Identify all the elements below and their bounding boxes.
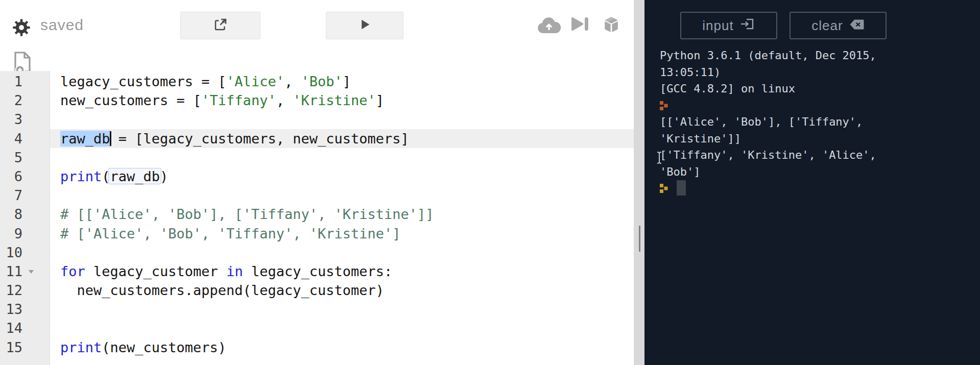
- share-button[interactable]: [180, 12, 260, 39]
- console-line: [['Alice', 'Bob'], ['Tiffany',: [660, 114, 975, 131]
- share-icon: [213, 17, 228, 34]
- line-number: 6: [0, 167, 22, 186]
- code-line[interactable]: 6print(raw_db): [0, 167, 634, 186]
- code-line[interactable]: 7: [0, 186, 634, 205]
- code-line-active[interactable]: 4raw_db = [legacy_customers, new_custome…: [0, 129, 634, 148]
- editor-pane: saved: [0, 0, 634, 365]
- console-prompt-line: [660, 180, 975, 197]
- code-line[interactable]: 13: [0, 300, 634, 319]
- line-number: 9: [0, 224, 22, 243]
- code-editor[interactable]: 1legacy_customers = ['Alice', 'Bob'] 2ne…: [0, 72, 634, 357]
- console-input-button[interactable]: input: [680, 12, 777, 39]
- run-play-icon: [357, 17, 372, 34]
- fold-arrow-icon[interactable]: [29, 270, 34, 274]
- line-number: 13: [0, 300, 22, 319]
- ibeam-mouse-cursor: [656, 151, 663, 166]
- occurrence-highlight: raw_db: [110, 168, 160, 184]
- terminal-block-cursor: [677, 180, 686, 196]
- code-line[interactable]: 10: [0, 243, 634, 262]
- prompt-chevron-icon: [660, 101, 669, 110]
- line-number: 15: [0, 338, 22, 357]
- console-output: Python 3.6.1 (default, Dec 2015, 13:05:1…: [660, 47, 975, 197]
- text-caret: [110, 131, 111, 146]
- console-line: Python 3.6.1 (default, Dec 2015,: [660, 47, 975, 64]
- divider-grip[interactable]: [639, 226, 640, 252]
- code-line[interactable]: 2new_customers = ['Tiffany', 'Kristine']: [0, 91, 634, 110]
- backspace-icon: [849, 18, 865, 34]
- enter-input-icon: [740, 17, 755, 34]
- line-number: 3: [0, 110, 22, 129]
- line-number: 2: [0, 91, 22, 110]
- repl-app: saved: [0, 0, 980, 365]
- console-line: 'Bob']: [660, 164, 975, 181]
- line-number: 14: [0, 319, 22, 337]
- code-line[interactable]: 12 new_customers.append(legacy_customer): [0, 281, 634, 300]
- code-line[interactable]: 3: [0, 110, 634, 129]
- cloud-upload-icon[interactable]: [537, 17, 561, 36]
- pane-resize-divider[interactable]: [634, 0, 644, 365]
- prompt-chevron-icon: [660, 184, 669, 193]
- gear-icon[interactable]: [12, 18, 31, 37]
- code-line[interactable]: 14: [0, 319, 634, 337]
- step-forward-icon[interactable]: [570, 16, 593, 34]
- clear-button-label: clear: [811, 18, 843, 34]
- console-line: 13:05:11): [660, 64, 975, 81]
- line-number: 10: [0, 243, 22, 262]
- save-status-label: saved: [40, 16, 84, 34]
- package-cube-icon[interactable]: [603, 16, 620, 35]
- code-line[interactable]: 5: [0, 148, 634, 167]
- line-number: 12: [0, 281, 22, 300]
- code-line[interactable]: 8# [['Alice', 'Bob'], ['Tiffany', 'Krist…: [0, 205, 634, 224]
- console-prompt-line: [660, 98, 975, 114]
- line-number: 4: [0, 129, 22, 148]
- console-pane: input clear Python 3.6.: [644, 0, 980, 365]
- line-number: 11: [0, 262, 22, 281]
- line-number: 5: [0, 148, 22, 167]
- line-number: 7: [0, 186, 22, 205]
- code-line[interactable]: 1legacy_customers = ['Alice', 'Bob']: [0, 72, 634, 91]
- selected-text: raw_db: [60, 131, 110, 147]
- console-line: [GCC 4.8.2] on linux: [660, 81, 975, 98]
- console-clear-button[interactable]: clear: [790, 12, 887, 39]
- console-line: 'Kristine']]: [660, 131, 975, 148]
- line-number: 8: [0, 205, 22, 224]
- console-line: ['Tiffany', 'Kristine', 'Alice',: [660, 147, 975, 164]
- code-line[interactable]: 15print(new_customers): [0, 338, 634, 357]
- input-button-label: input: [702, 18, 733, 34]
- run-button[interactable]: [326, 12, 403, 39]
- code-line[interactable]: 9# ['Alice', 'Bob', 'Tiffany', 'Kristine…: [0, 224, 634, 243]
- code-line[interactable]: 11for legacy_customer in legacy_customer…: [0, 262, 634, 281]
- line-number: 1: [0, 72, 22, 91]
